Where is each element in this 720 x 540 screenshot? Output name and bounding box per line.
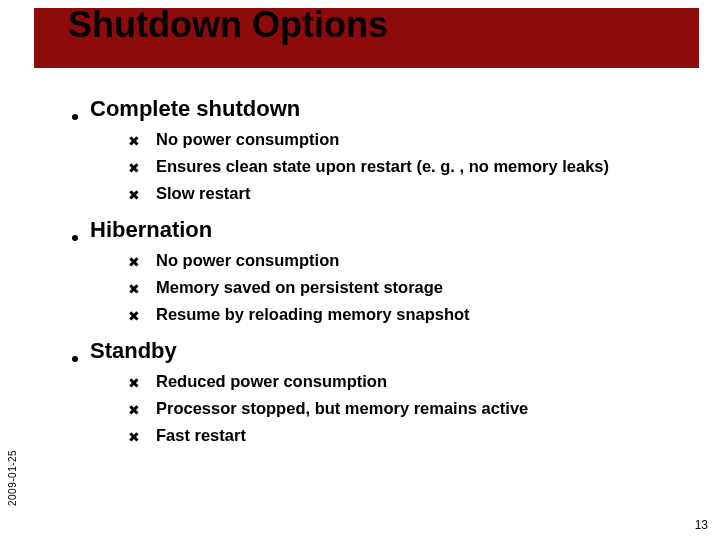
content-area: Complete shutdown ✖ No power consumption… [72,82,692,453]
list-item: ✖ Ensures clean state upon restart (e. g… [126,157,692,176]
x-marker-icon: ✖ [126,282,142,296]
x-marker-icon: ✖ [126,161,142,175]
x-marker-icon: ✖ [126,309,142,323]
x-marker-icon: ✖ [126,376,142,390]
x-marker-icon: ✖ [126,430,142,444]
bullet-dot-icon [72,235,78,241]
list-item: ✖ No power consumption [126,251,692,270]
list-item: ✖ Resume by reloading memory snapshot [126,305,692,324]
bullet-complete-shutdown: Complete shutdown [72,96,692,122]
sub-item-text: No power consumption [156,130,339,149]
sub-item-text: Processor stopped, but memory remains ac… [156,399,528,418]
list-item: ✖ Reduced power consumption [126,372,692,391]
x-marker-icon: ✖ [126,403,142,417]
slide-title: Shutdown Options [68,4,388,46]
list-item: ✖ Fast restart [126,426,692,445]
sub-item-text: Slow restart [156,184,250,203]
x-marker-icon: ✖ [126,134,142,148]
bullet-heading: Complete shutdown [90,96,300,122]
sub-item-text: Resume by reloading memory snapshot [156,305,470,324]
date-label: 2009-01-25 [7,450,18,506]
x-marker-icon: ✖ [126,188,142,202]
sub-item-text: Reduced power consumption [156,372,387,391]
page-number: 13 [695,518,708,532]
bullet-dot-icon [72,114,78,120]
list-item: ✖ Memory saved on persistent storage [126,278,692,297]
sub-item-text: Fast restart [156,426,246,445]
sub-item-text: No power consumption [156,251,339,270]
list-item: ✖ Slow restart [126,184,692,203]
bullet-dot-icon [72,356,78,362]
bullet-standby: Standby [72,338,692,364]
bullet-hibernation: Hibernation [72,217,692,243]
list-item: ✖ Processor stopped, but memory remains … [126,399,692,418]
sub-item-text: Ensures clean state upon restart (e. g. … [156,157,609,176]
sub-item-text: Memory saved on persistent storage [156,278,443,297]
bullet-heading: Standby [90,338,177,364]
list-item: ✖ No power consumption [126,130,692,149]
x-marker-icon: ✖ [126,255,142,269]
bullet-heading: Hibernation [90,217,212,243]
slide: Shutdown Options Complete shutdown ✖ No … [0,0,720,540]
